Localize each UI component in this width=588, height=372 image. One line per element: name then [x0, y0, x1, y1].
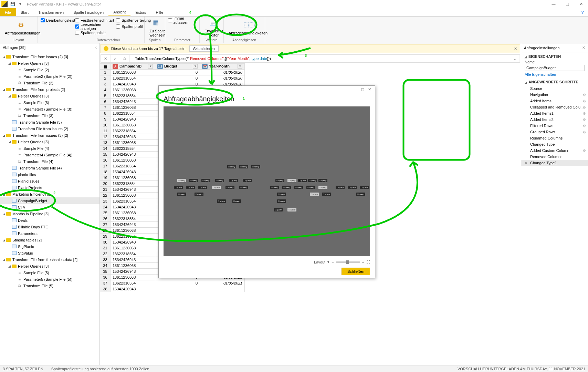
formula-text[interactable]: = Table.TransformColumnTypes(#"Removed C… [130, 56, 510, 61]
row-header[interactable]: 8 [100, 111, 111, 116]
cell[interactable]: 15342426943 [111, 169, 155, 175]
graph-node[interactable]: □ query [306, 186, 315, 189]
chk-always-allow[interactable]: Immer zulassen [168, 18, 197, 23]
graph-node[interactable]: □ query [177, 179, 186, 182]
row-header[interactable]: 25 [100, 210, 111, 216]
query-settings-button[interactable]: ⚙ Abfrageeinstellungen [3, 18, 42, 38]
tree-item[interactable]: Parameters [0, 230, 99, 237]
cell[interactable]: 13611236068 [111, 275, 155, 280]
cell[interactable]: 13622318554 [111, 128, 155, 134]
row-header[interactable]: 24 [100, 204, 111, 210]
corner-cell[interactable]: ▦ [100, 64, 111, 70]
graph-node[interactable]: □ query [212, 186, 221, 189]
graph-node[interactable]: □ query [229, 179, 238, 182]
cell[interactable]: 13622318554 [111, 111, 155, 116]
tree-item[interactable]: Transform File (4) [0, 158, 99, 165]
row-header[interactable]: 6 [100, 99, 111, 105]
row-header[interactable]: 23 [100, 198, 111, 204]
cell[interactable]: 15342426943 [111, 81, 155, 87]
dialog-maximize-icon[interactable]: ▢ [359, 87, 366, 92]
cell[interactable]: 13611236068 [111, 228, 155, 234]
graph-node[interactable]: □ query [275, 179, 284, 182]
graph-node[interactable]: □ query [225, 186, 234, 189]
row-header[interactable]: 1 [100, 70, 111, 75]
maximize-button[interactable]: ▢ [560, 0, 574, 8]
close-button[interactable]: ✕ [574, 0, 588, 8]
row-header[interactable]: 22 [100, 193, 111, 198]
graph-node[interactable]: □ query [356, 193, 365, 196]
graph-node[interactable]: □ query [239, 186, 248, 189]
cell[interactable]: 13611236068 [111, 193, 155, 198]
cancel-icon[interactable]: ✕ [101, 55, 111, 62]
toast-close-icon[interactable]: ✕ [514, 46, 517, 51]
collapse-pane-icon[interactable]: < [95, 45, 97, 50]
tree-item[interactable]: ◢Transform File from issues (3) [2] [0, 132, 99, 138]
cell[interactable]: 13611236068 [111, 245, 155, 251]
tree-item[interactable]: Sample File (3) [0, 99, 99, 106]
expand-formula-icon[interactable]: ⌄ [510, 55, 520, 62]
help-icon[interactable]: ? [581, 10, 584, 15]
row-header[interactable]: 9 [100, 116, 111, 122]
row-header[interactable]: 35 [100, 269, 111, 275]
applied-step[interactable]: Navigation⚙ [521, 92, 588, 98]
row-header[interactable]: 37 [100, 280, 111, 286]
row-header[interactable]: 30 [100, 239, 111, 245]
graph-node[interactable]: □ query [318, 186, 327, 189]
row-header[interactable]: 36 [100, 275, 111, 280]
tree-item[interactable]: ◢Staging tables [2] [0, 237, 99, 243]
applied-step[interactable]: Grouped Rows⚙ [521, 129, 588, 135]
qat-dropdown[interactable]: ▾ [17, 0, 24, 8]
query-name-input[interactable] [525, 65, 585, 71]
cell[interactable]: 15342426943 [111, 239, 155, 245]
cell[interactable]: 13622318554 [111, 181, 155, 187]
tree-item[interactable]: Transform Sample File (3) [0, 119, 99, 125]
row-header[interactable]: 10 [100, 122, 111, 128]
goto-column-button[interactable]: ▦ Zu Spalte wechseln [147, 18, 168, 38]
cell[interactable]: 13622318554 [111, 198, 155, 204]
row-header[interactable]: 11 [100, 128, 111, 134]
graph-node[interactable]: □ query [215, 179, 224, 182]
row-header[interactable]: 26 [100, 216, 111, 222]
row-header[interactable]: 34 [100, 263, 111, 269]
row-header[interactable]: 7 [100, 105, 111, 111]
cell[interactable]: 0 [155, 75, 200, 81]
graph-node[interactable]: □ query [287, 208, 296, 211]
row-header[interactable]: 31 [100, 245, 111, 251]
graph-node[interactable]: □ query [277, 193, 286, 196]
row-header[interactable]: 32 [100, 251, 111, 257]
cell[interactable]: 01/05/2021 [200, 280, 245, 286]
graph-node[interactable]: □ query [177, 193, 186, 196]
graph-node[interactable]: □ query [294, 186, 303, 189]
cell[interactable]: 15342426943 [111, 286, 155, 292]
tree-item[interactable]: ◢Helper Queries [3] [0, 60, 99, 66]
tree-item[interactable]: Parameter4 (Sample File (4)) [0, 152, 99, 158]
tree-item[interactable]: ◢Transform File from freshsales-data [2] [0, 256, 99, 263]
row-header[interactable]: 21 [100, 187, 111, 193]
cell[interactable] [200, 286, 245, 292]
row-header[interactable]: 38 [100, 286, 111, 292]
dialog-close-icon[interactable]: ✕ [366, 87, 373, 92]
graph-node[interactable]: □ query [227, 165, 236, 168]
row-header[interactable]: 20 [100, 181, 111, 187]
cell[interactable]: 13622318554 [111, 146, 155, 152]
tree-item[interactable]: ◢Helper Queries [3] [0, 263, 99, 269]
tree-item[interactable]: Transform Sample File (4) [0, 165, 99, 171]
cell[interactable]: 15342426943 [111, 204, 155, 210]
tree-item[interactable]: PlanioIssues [0, 178, 99, 184]
commit-icon[interactable]: ✓ [111, 55, 120, 62]
applied-step[interactable]: ✕Changed Type1 [521, 160, 588, 166]
graph-node[interactable]: □ query [174, 186, 183, 189]
row-header[interactable]: 33 [100, 257, 111, 263]
minimize-button[interactable]: — [547, 0, 560, 8]
tree-item[interactable]: Billable Days FTE [0, 224, 99, 230]
graph-node[interactable]: □ query [310, 193, 319, 196]
tree-item[interactable]: Sample File (4) [0, 145, 99, 152]
chk-whitespace[interactable]: Leerzeichen anzeigen [75, 24, 114, 29]
applied-step[interactable]: Changed Type [521, 141, 588, 147]
zoom-in-icon[interactable]: + [362, 260, 364, 264]
graph-node[interactable]: □ query [195, 193, 203, 196]
zoom-slider[interactable] [336, 261, 360, 263]
applied-step[interactable]: Added Custom Column⚙ [521, 147, 588, 154]
graph-node[interactable]: □ query [322, 193, 331, 196]
tree-item[interactable]: Sample File (2) [0, 66, 99, 73]
